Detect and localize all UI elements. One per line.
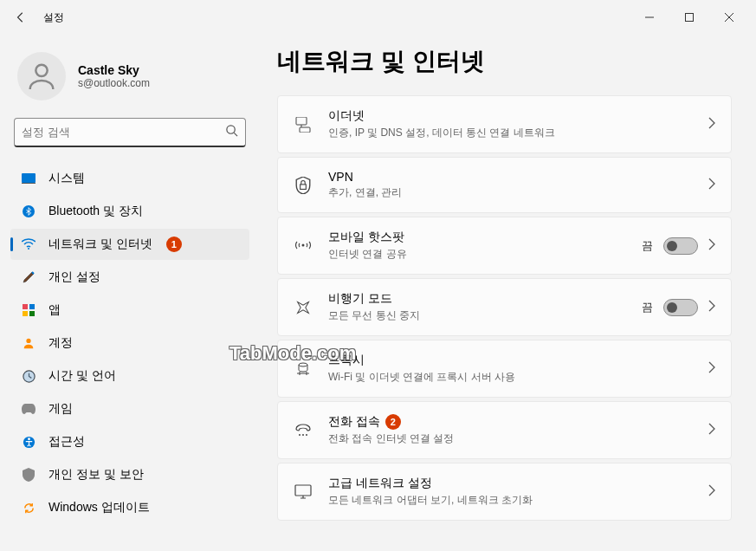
card-title: 비행기 모드 [328,291,626,307]
card-ethernet[interactable]: 이더넷 인증, IP 및 DNS 설정, 데이터 통신 연결 네트워크 [277,95,732,153]
chevron-right-icon [708,117,715,133]
sidebar-item-privacy[interactable]: 개인 정보 및 보안 [10,459,249,490]
svg-point-3 [227,126,235,133]
card-subtitle: 인터넷 연결 공유 [328,247,626,262]
chevron-right-icon [708,484,715,500]
sidebar-item-label: 시스템 [48,171,85,186]
update-icon [21,500,36,515]
wifi-icon [21,237,36,252]
card-mobile-hotspot[interactable]: 모바일 핫스팟 인터넷 연결 공유 끔 [277,217,732,275]
search-input[interactable] [22,126,225,139]
sidebar-item-label: 계정 [48,335,73,351]
sidebar-item-accessibility[interactable]: 접근성 [10,426,249,457]
minimize-button[interactable] [630,3,669,31]
card-advanced-network[interactable]: 고급 네트워크 설정 모든 네트워크 어댑터 보기, 네트워크 초기화 [277,463,732,521]
card-subtitle: 모든 네트워크 어댑터 보기, 네트워크 초기화 [328,493,693,508]
hotspot-toggle[interactable] [663,237,698,255]
svg-point-23 [299,434,300,436]
svg-point-22 [299,363,307,366]
svg-rect-26 [295,485,311,496]
svg-point-2 [36,65,47,76]
sidebar-item-apps[interactable]: 앱 [10,295,249,326]
close-button[interactable] [709,3,749,31]
sidebar-item-personalization[interactable]: 개인 설정 [10,262,249,293]
chevron-right-icon [708,423,715,438]
card-subtitle: 모든 무선 통신 중지 [328,308,626,323]
sidebar-item-label: Windows 업데이트 [48,500,150,515]
airplane-toggle[interactable] [663,299,698,316]
avatar-icon [17,52,66,100]
gaming-icon [21,401,36,417]
sidebar-item-label: 네트워크 및 인터넷 [48,237,152,252]
svg-point-13 [26,339,30,343]
card-title: VPN [328,170,693,184]
chevron-right-icon [708,238,715,254]
sidebar-item-network[interactable]: 네트워크 및 인터넷 1 [10,229,249,260]
window-title: 설정 [43,10,64,25]
svg-rect-10 [29,304,35,309]
clock-icon [21,368,36,384]
svg-point-21 [302,243,305,246]
svg-point-8 [28,248,29,250]
sidebar-item-time-language[interactable]: 시간 및 언어 [10,360,249,392]
card-vpn[interactable]: VPN 추가, 연결, 관리 [277,157,732,213]
phone-icon [294,424,313,438]
svg-rect-18 [296,117,307,125]
sidebar-item-label: Bluetooth 및 장치 [48,204,143,219]
ethernet-icon [294,117,313,133]
brush-icon [21,269,36,285]
back-button[interactable] [7,3,35,31]
sidebar-item-label: 게임 [48,401,73,417]
svg-line-4 [234,133,237,136]
card-title: 모바일 핫스팟 [328,230,626,245]
svg-rect-19 [300,127,310,133]
svg-rect-5 [22,173,36,183]
sidebar-item-label: 개인 설정 [48,269,100,285]
toggle-state-label: 끔 [642,238,653,254]
card-dialup[interactable]: 전화 접속 2 전화 접속 인터넷 연결 설정 [277,401,732,459]
card-title: 고급 네트워크 설정 [328,476,693,491]
card-badge: 2 [385,414,401,430]
nav-badge: 1 [166,237,182,252]
user-profile[interactable]: Castle Sky s@outlook.com [10,42,249,118]
svg-point-24 [302,434,304,436]
sidebar-item-label: 개인 정보 및 보안 [48,467,144,483]
sidebar-item-system[interactable]: 시스템 [10,163,249,194]
card-title: 이더넷 [328,108,693,124]
search-input-container[interactable] [14,118,246,147]
page-title: 네트워크 및 인터넷 [277,45,732,78]
svg-rect-9 [23,304,28,309]
chevron-right-icon [708,300,715,315]
sidebar-item-gaming[interactable]: 게임 [10,393,249,425]
accounts-icon [21,335,36,351]
card-subtitle: 전화 접속 인터넷 연결 설정 [328,431,693,446]
svg-point-25 [306,434,307,436]
card-subtitle: 인증, IP 및 DNS 설정, 데이터 통신 연결 네트워크 [328,126,693,140]
accessibility-icon [21,434,36,450]
monitor-icon [294,484,313,500]
chevron-right-icon [708,178,715,193]
search-icon [225,124,238,140]
card-proxy[interactable]: 프록시 Wi-Fi 및 이더넷 연결에 프록시 서버 사용 [277,340,732,398]
maximize-button[interactable] [669,3,709,31]
bluetooth-icon [21,204,36,219]
user-email: s@outlook.com [78,77,150,89]
svg-rect-20 [300,184,307,189]
chevron-right-icon [708,361,715,377]
system-icon [21,171,36,186]
sidebar-item-label: 접근성 [48,434,85,450]
apps-icon [21,302,36,318]
svg-point-17 [28,438,30,440]
sidebar-item-bluetooth[interactable]: Bluetooth 및 장치 [10,196,249,227]
card-title: 프록시 [328,353,693,368]
sidebar-item-label: 앱 [48,302,61,318]
svg-rect-12 [29,311,35,316]
card-subtitle: 추가, 연결, 관리 [328,185,693,200]
card-airplane-mode[interactable]: 비행기 모드 모든 무선 통신 중지 끔 [277,278,732,336]
sidebar-item-accounts[interactable]: 계정 [10,327,249,359]
svg-rect-11 [23,311,28,316]
hotspot-icon [294,239,313,253]
sidebar-item-windows-update[interactable]: Windows 업데이트 [10,492,249,523]
svg-rect-6 [22,183,36,184]
card-subtitle: Wi-Fi 및 이더넷 연결에 프록시 서버 사용 [328,370,693,385]
